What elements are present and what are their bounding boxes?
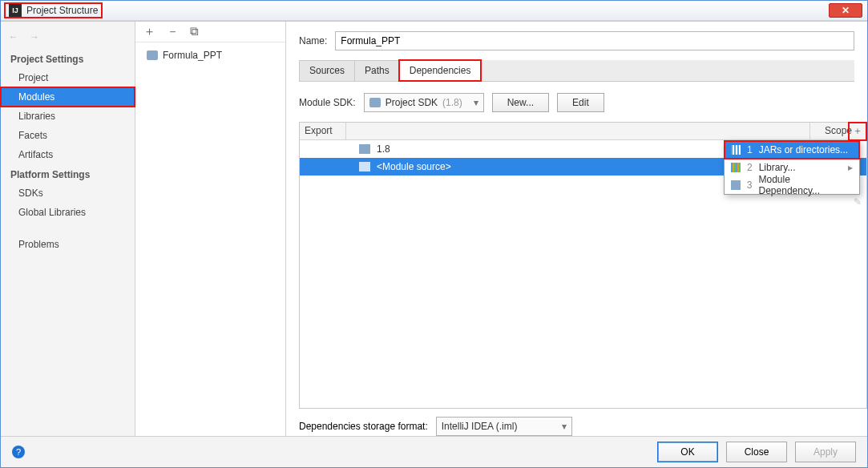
sdk-hint: (1.8) (442, 97, 462, 108)
dep-label: 1.8 (377, 143, 390, 155)
module-label: Formula_PPT (163, 50, 222, 61)
sdk-edit-button[interactable]: Edit (557, 93, 604, 112)
sdk-icon (369, 98, 381, 107)
nav-global-libraries[interactable]: Global Libraries (1, 203, 135, 222)
tree-toolbar: ＋ － ⧉ (135, 22, 285, 42)
window-title: Project Structure (26, 5, 98, 16)
module-icon (731, 180, 741, 190)
section-project-settings: Project Settings (1, 49, 135, 68)
dep-label: <Module source> (377, 161, 451, 172)
add-icon[interactable]: ＋ (143, 24, 155, 39)
col-export: Export (300, 123, 346, 139)
folder-icon (359, 162, 370, 171)
ok-button[interactable]: OK (657, 442, 718, 462)
sdk-label: Module SDK: (299, 97, 356, 108)
module-sdk-combo[interactable]: Project SDK (1.8) ▾ (364, 93, 484, 112)
close-button[interactable]: ✕ (829, 3, 862, 18)
col-name (346, 123, 810, 139)
module-tabs: Sources Paths Dependencies (299, 60, 854, 82)
nav-history: ← → (1, 26, 135, 49)
sdk-new-button[interactable]: New... (492, 93, 549, 112)
popup-index: 2 (747, 162, 753, 173)
folder-icon (359, 144, 370, 154)
jars-icon (731, 145, 741, 155)
remove-icon[interactable]: － (167, 24, 179, 39)
module-tree-pane: ＋ － ⧉ Formula_PPT (135, 22, 286, 436)
add-dependency-button[interactable]: ＋ (849, 123, 866, 140)
sdk-value: Project SDK (386, 97, 438, 108)
module-editor: Name: Sources Paths Dependencies Module … (286, 22, 867, 436)
popup-label: Library... (759, 162, 796, 173)
help-icon[interactable]: ? (12, 446, 25, 458)
dialog-body: ← → Project Settings Project Modules Lib… (1, 21, 867, 436)
nav-problems[interactable]: Problems (1, 235, 135, 254)
storage-format-combo[interactable]: IntelliJ IDEA (.iml) ▾ (436, 417, 572, 436)
submenu-arrow-icon: ▸ (848, 162, 853, 173)
deps-header: Export Scope (300, 123, 866, 140)
popup-module-dependency[interactable]: 3 Module Dependency... (725, 176, 859, 194)
settings-sidebar: ← → Project Settings Project Modules Lib… (1, 22, 135, 436)
module-name-input[interactable] (335, 31, 854, 50)
popup-index: 3 (747, 180, 753, 191)
module-icon (147, 50, 158, 60)
nav-facets[interactable]: Facets (1, 126, 135, 145)
storage-label: Dependencies storage format: (299, 421, 428, 432)
tab-sources[interactable]: Sources (299, 60, 355, 81)
section-platform-settings: Platform Settings (1, 164, 135, 184)
storage-value: IntelliJ IDEA (.iml) (442, 421, 518, 432)
tab-paths[interactable]: Paths (354, 60, 400, 81)
app-icon: IJ (9, 4, 22, 17)
popup-jars[interactable]: 1 JARs or directories... (725, 141, 859, 159)
cancel-button[interactable]: Close (726, 442, 787, 462)
dependencies-table: Export Scope 1.8 <Module source> ＋ (299, 122, 867, 409)
nav-modules[interactable]: Modules (1, 87, 135, 107)
nav-sdks[interactable]: SDKs (1, 184, 135, 203)
add-dependency-popup: 1 JARs or directories... 2 Library... ▸ … (724, 140, 860, 195)
popup-label: Module Dependency... (759, 174, 853, 196)
library-icon (731, 163, 741, 172)
dialog-footer: ? OK Close Apply (1, 436, 867, 467)
titlebar: IJ Project Structure ✕ (1, 1, 867, 21)
popup-label: JARs or directories... (759, 144, 848, 155)
tab-dependencies[interactable]: Dependencies (399, 60, 482, 81)
module-node[interactable]: Formula_PPT (140, 47, 281, 63)
forward-icon[interactable]: → (30, 31, 39, 42)
chevron-down-icon: ▾ (562, 421, 567, 432)
popup-index: 1 (747, 144, 753, 155)
project-structure-window: IJ Project Structure ✕ ← → Project Setti… (0, 0, 868, 468)
name-label: Name: (299, 35, 327, 46)
chevron-down-icon: ▾ (474, 97, 478, 108)
back-icon[interactable]: ← (9, 31, 18, 42)
nav-libraries[interactable]: Libraries (1, 107, 135, 126)
nav-artifacts[interactable]: Artifacts (1, 145, 135, 164)
apply-button[interactable]: Apply (795, 442, 856, 462)
nav-project[interactable]: Project (1, 68, 135, 87)
copy-icon[interactable]: ⧉ (190, 24, 199, 38)
